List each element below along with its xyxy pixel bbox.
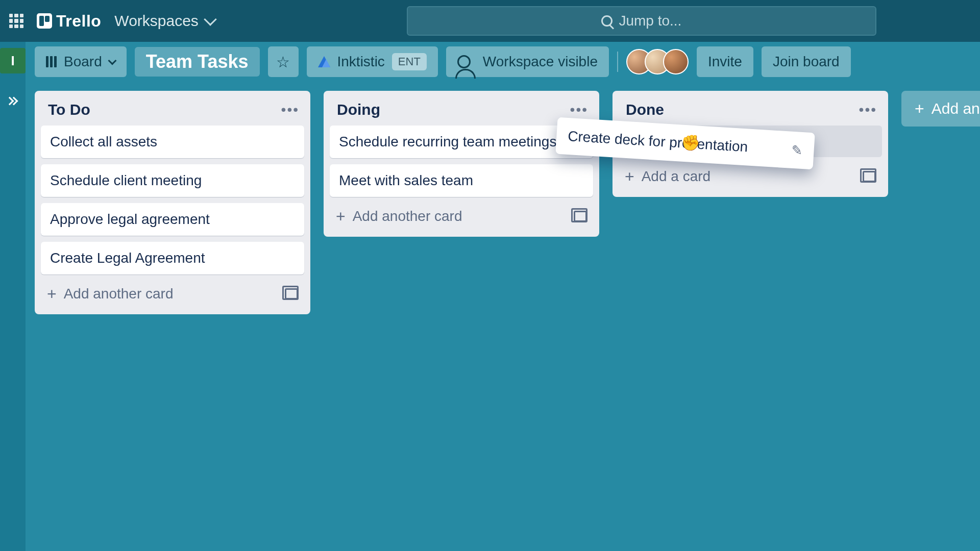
avatar[interactable]	[663, 49, 689, 74]
card[interactable]: Schedule client meeting	[41, 164, 304, 197]
trello-logo-icon	[37, 13, 52, 29]
card[interactable]: Create Legal Agreement	[41, 242, 304, 274]
expand-sidebar-button[interactable]	[9, 98, 17, 104]
search-placeholder: Jump to...	[619, 13, 681, 29]
join-board-button[interactable]: Join board	[762, 46, 851, 77]
star-icon: ☆	[276, 53, 290, 71]
workspaces-label: Workspaces	[114, 12, 199, 30]
ent-badge: ENT	[392, 53, 427, 70]
board-icon	[46, 56, 57, 67]
board-header: Board Team Tasks ☆ Inktistic ENT Workspa…	[26, 42, 980, 82]
chevron-down-icon	[108, 57, 116, 65]
list-title[interactable]: Doing	[337, 101, 380, 118]
trello-logo[interactable]: Trello	[37, 12, 101, 31]
star-board-button[interactable]: ☆	[268, 46, 299, 77]
list-doing: Doing ••• Schedule recurring team meetin…	[324, 91, 599, 237]
grab-cursor-icon: ✊	[681, 133, 701, 152]
left-rail: I	[0, 42, 26, 551]
board-title[interactable]: Team Tasks	[135, 47, 260, 77]
add-list-button[interactable]: + Add another list	[901, 91, 980, 127]
logo-text: Trello	[56, 12, 101, 31]
people-icon	[457, 55, 471, 68]
workspaces-dropdown[interactable]: Workspaces	[114, 12, 215, 30]
list-menu-button[interactable]: •••	[281, 102, 299, 118]
list-menu-button[interactable]: •••	[859, 102, 877, 118]
card-text: Create deck for presentation	[567, 128, 748, 156]
add-card-button[interactable]: + Add another card	[41, 281, 304, 307]
atlassian-icon	[318, 56, 330, 67]
card[interactable]: Meet with sales team	[330, 164, 593, 197]
visibility-button[interactable]: Workspace visible	[446, 46, 609, 77]
search-icon	[601, 15, 612, 27]
template-icon[interactable]	[863, 171, 876, 182]
template-icon[interactable]	[574, 211, 587, 222]
divider	[617, 52, 618, 72]
list-title[interactable]: Done	[626, 101, 664, 118]
card[interactable]: Collect all assets	[41, 126, 304, 158]
list-title[interactable]: To Do	[48, 101, 90, 118]
board-view-switcher[interactable]: Board	[35, 46, 127, 77]
apps-menu-icon[interactable]	[9, 14, 23, 28]
card[interactable]: Approve legal agreement	[41, 203, 304, 236]
template-icon[interactable]	[285, 288, 298, 299]
add-card-button[interactable]: + Add a card	[619, 163, 882, 190]
list-todo: To Do ••• Collect all assets Schedule cl…	[35, 91, 310, 314]
add-card-button[interactable]: + Add another card	[330, 203, 593, 230]
workspace-tile[interactable]: I	[0, 48, 26, 73]
top-nav: Trello Workspaces Jump to...	[0, 0, 980, 42]
invite-button[interactable]: Invite	[697, 46, 753, 77]
plus-icon: +	[625, 168, 634, 185]
org-badge[interactable]: Inktistic ENT	[307, 46, 438, 77]
list-menu-button[interactable]: •••	[570, 102, 588, 118]
member-avatars[interactable]	[626, 49, 689, 74]
plus-icon: +	[915, 101, 924, 117]
pencil-icon[interactable]: ✎	[791, 142, 803, 158]
plus-icon: +	[336, 208, 346, 224]
lists-container: To Do ••• Collect all assets Schedule cl…	[26, 82, 980, 551]
search-input[interactable]: Jump to...	[407, 6, 876, 36]
double-chevron-right-icon	[9, 98, 17, 104]
chevron-down-icon	[204, 13, 216, 26]
card[interactable]: Schedule recurring team meetings	[330, 126, 593, 158]
plus-icon: +	[47, 286, 57, 302]
